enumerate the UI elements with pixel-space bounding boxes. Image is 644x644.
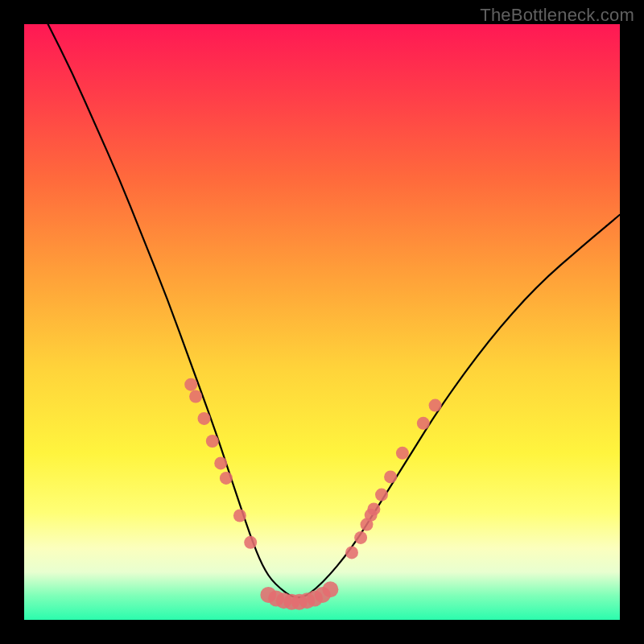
- bottleneck-curve: [48, 24, 620, 597]
- data-point: [244, 536, 257, 549]
- watermark-text: TheBottleneck.com: [480, 5, 634, 26]
- data-point: [396, 447, 409, 460]
- data-point: [233, 510, 246, 522]
- plot-area: [24, 24, 620, 620]
- data-point: [189, 390, 202, 403]
- data-point: [354, 531, 367, 544]
- data-point: [220, 472, 233, 485]
- data-point: [198, 412, 211, 425]
- data-point: [375, 489, 388, 502]
- data-point: [345, 546, 358, 559]
- points-right: [345, 399, 442, 559]
- points-bottom: [260, 581, 338, 610]
- data-point: [367, 502, 380, 515]
- data-point: [214, 456, 227, 469]
- data-point: [322, 581, 338, 597]
- data-point: [206, 435, 219, 448]
- chart-frame: TheBottleneck.com: [0, 0, 644, 644]
- data-point: [417, 417, 430, 430]
- data-point: [184, 378, 197, 391]
- data-point: [429, 399, 442, 412]
- curve-svg: [24, 24, 620, 620]
- data-point: [384, 470, 397, 483]
